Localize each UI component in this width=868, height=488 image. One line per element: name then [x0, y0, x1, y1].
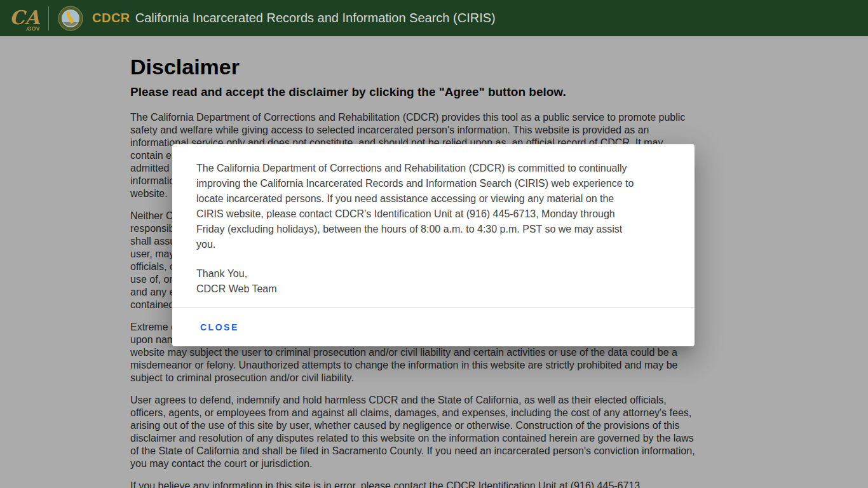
text-line: you. [196, 237, 670, 252]
text-line: The California Department of Corrections… [196, 161, 670, 176]
ciris-disclaimer-page: CA .GOV CDCR California Incarcerated Rec… [0, 0, 868, 488]
header-app-title: California Incarcerated Records and Info… [135, 11, 496, 25]
ca-gov-logo[interactable]: CA .GOV [9, 4, 42, 32]
text-line: CIRIS website, please contact CDCR’s Ide… [196, 207, 670, 222]
ca-gov-logo-icon: CA .GOV [9, 4, 42, 32]
cdcr-seal-icon [58, 6, 83, 31]
text-line: Thank You, [196, 266, 670, 281]
dialog-actions: CLOSE [172, 307, 695, 346]
dialog-message: The California Department of Corrections… [196, 161, 670, 252]
close-button[interactable]: CLOSE [195, 318, 244, 336]
dialog-body: The California Department of Corrections… [172, 144, 695, 297]
text-line: Friday (excluding holidays), between the… [196, 222, 670, 237]
accessibility-notice-dialog: The California Department of Corrections… [172, 144, 695, 346]
text-line: CDCR Web Team [196, 281, 670, 297]
text-line: locate incarcerated persons. If you need… [196, 191, 670, 207]
header-brand-cdcr: CDCR [92, 11, 130, 25]
header-divider [48, 6, 49, 30]
gov-logo-suffix: .GOV [25, 25, 40, 32]
text-line: improving the California Incarcerated Re… [196, 176, 670, 191]
cdcr-seal-link[interactable] [58, 6, 83, 31]
site-header: CA .GOV CDCR California Incarcerated Rec… [0, 0, 868, 36]
dialog-signoff: Thank You,CDCR Web Team [196, 266, 670, 297]
